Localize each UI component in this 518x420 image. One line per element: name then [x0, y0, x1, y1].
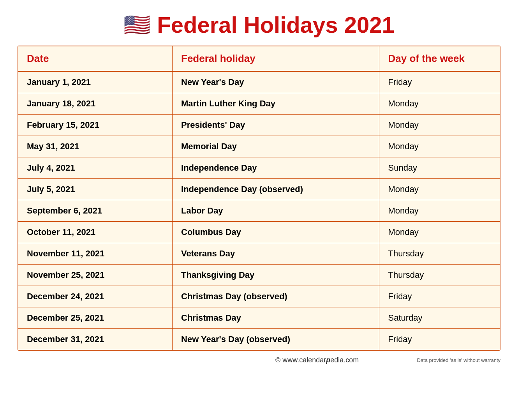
- cell-day: Monday: [379, 115, 500, 136]
- table-row: December 31, 2021New Year's Day (observe…: [18, 329, 500, 350]
- page-footer: © www.calendarpedia.com Data provided 'a…: [18, 356, 500, 364]
- cell-day: Monday: [379, 136, 500, 157]
- table-row: November 25, 2021Thanksgiving DayThursda…: [18, 265, 500, 286]
- page-header: 🇺🇸 Federal Holidays 2021: [123, 12, 394, 38]
- cell-day: Saturday: [379, 307, 500, 329]
- cell-date: September 6, 2021: [18, 200, 173, 222]
- cell-date: December 25, 2021: [18, 307, 173, 329]
- cell-date: May 31, 2021: [18, 136, 173, 157]
- footer-copyright: © www.calendarpedia.com: [217, 356, 417, 364]
- table-row: January 18, 2021Martin Luther King DayMo…: [18, 93, 500, 115]
- table-row: September 6, 2021Labor DayMonday: [18, 200, 500, 222]
- cell-holiday: Independence Day (observed): [173, 179, 379, 200]
- cell-holiday: Martin Luther King Day: [173, 93, 379, 115]
- cell-holiday: Presidents' Day: [173, 115, 379, 136]
- table-header: Date Federal holiday Day of the week: [18, 46, 500, 71]
- table-row: May 31, 2021Memorial DayMonday: [18, 136, 500, 157]
- cell-day: Monday: [379, 179, 500, 200]
- site-bold: p: [326, 356, 330, 364]
- cell-day: Monday: [379, 222, 500, 243]
- holidays-table-container: Date Federal holiday Day of the week Jan…: [18, 46, 500, 351]
- column-header-holiday: Federal holiday: [173, 46, 379, 71]
- cell-holiday: Christmas Day: [173, 307, 379, 329]
- cell-date: November 11, 2021: [18, 243, 173, 265]
- site-rest: edia.com: [330, 356, 359, 364]
- footer-warranty: Data provided 'as is' without warranty: [417, 357, 501, 363]
- cell-holiday: Veterans Day: [173, 243, 379, 265]
- cell-day: Sunday: [379, 157, 500, 179]
- cell-date: December 24, 2021: [18, 286, 173, 307]
- cell-holiday: Labor Day: [173, 200, 379, 222]
- table-body: January 1, 2021New Year's DayFridayJanua…: [18, 71, 500, 350]
- cell-holiday: New Year's Day: [173, 71, 379, 93]
- cell-day: Thursday: [379, 265, 500, 286]
- cell-date: February 15, 2021: [18, 115, 173, 136]
- cell-date: November 25, 2021: [18, 265, 173, 286]
- holidays-table: Date Federal holiday Day of the week Jan…: [18, 46, 500, 350]
- column-header-day: Day of the week: [379, 46, 500, 71]
- table-row: November 11, 2021Veterans DayThursday: [18, 243, 500, 265]
- cell-date: October 11, 2021: [18, 222, 173, 243]
- cell-date: December 31, 2021: [18, 329, 173, 350]
- cell-date: January 18, 2021: [18, 93, 173, 115]
- table-row: December 24, 2021Christmas Day (observed…: [18, 286, 500, 307]
- cell-holiday: Christmas Day (observed): [173, 286, 379, 307]
- cell-holiday: Memorial Day: [173, 136, 379, 157]
- page-title: Federal Holidays 2021: [157, 12, 394, 38]
- table-row: February 15, 2021Presidents' DayMonday: [18, 115, 500, 136]
- cell-day: Thursday: [379, 243, 500, 265]
- table-row: July 5, 2021Independence Day (observed)M…: [18, 179, 500, 200]
- cell-day: Monday: [379, 93, 500, 115]
- cell-holiday: New Year's Day (observed): [173, 329, 379, 350]
- cell-holiday: Thanksgiving Day: [173, 265, 379, 286]
- cell-day: Friday: [379, 71, 500, 93]
- cell-holiday: Independence Day: [173, 157, 379, 179]
- cell-holiday: Columbus Day: [173, 222, 379, 243]
- cell-day: Friday: [379, 329, 500, 350]
- table-row: January 1, 2021New Year's DayFriday: [18, 71, 500, 93]
- table-row: October 11, 2021Columbus DayMonday: [18, 222, 500, 243]
- cell-date: July 5, 2021: [18, 179, 173, 200]
- copyright-symbol: © www.calendar: [275, 356, 326, 364]
- cell-date: July 4, 2021: [18, 157, 173, 179]
- cell-date: January 1, 2021: [18, 71, 173, 93]
- cell-day: Friday: [379, 286, 500, 307]
- cell-day: Monday: [379, 200, 500, 222]
- flag-icon: 🇺🇸: [123, 14, 151, 36]
- table-row: December 25, 2021Christmas DaySaturday: [18, 307, 500, 329]
- column-header-date: Date: [18, 46, 173, 71]
- table-row: July 4, 2021Independence DaySunday: [18, 157, 500, 179]
- table-header-row: Date Federal holiday Day of the week: [18, 46, 500, 71]
